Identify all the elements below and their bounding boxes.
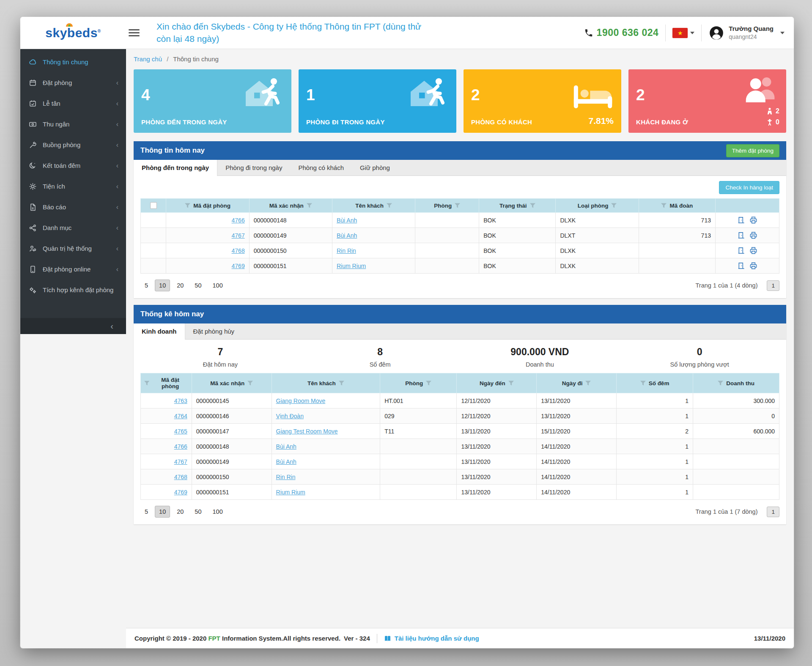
guest-name-link[interactable]: Bùi Anh (337, 217, 357, 224)
column-header[interactable]: Doanh thu (726, 380, 754, 386)
booking-code-link[interactable]: 4763 (174, 397, 187, 404)
tab-dat-phong-huy[interactable]: Đặt phòng hủy (185, 323, 243, 339)
filter-icon[interactable] (387, 203, 392, 208)
filter-icon[interactable] (144, 381, 149, 386)
tab-phong-di-trong-ngay[interactable]: Phòng đi trong ngày (217, 160, 290, 175)
filter-icon[interactable] (661, 203, 667, 208)
booking-code-link[interactable]: 4769 (174, 489, 187, 496)
card-arrivals-today[interactable]: 4 PHÒNG ĐẾN TRONG NGÀY (134, 69, 291, 133)
guest-name-link[interactable]: Rium Rium (276, 489, 305, 496)
column-header[interactable]: Mã đoàn (669, 203, 693, 209)
column-header[interactable]: Loại phòng (578, 203, 609, 209)
filter-icon[interactable] (185, 203, 190, 208)
filter-icon[interactable] (718, 381, 723, 386)
column-header[interactable]: Ngày đến (480, 380, 505, 386)
tab-giu-phong[interactable]: Giữ phòng (352, 160, 398, 175)
booking-code-link[interactable]: 4766 (232, 217, 245, 224)
booking-code-link[interactable]: 4768 (232, 247, 245, 254)
filter-icon[interactable] (640, 381, 646, 386)
sidebar-item-thong-tin-chung[interactable]: Thông tin chung (20, 52, 126, 72)
page-number-button[interactable]: 1 (767, 280, 779, 291)
bulk-checkin-button[interactable]: Check In hàng loạt (719, 181, 779, 194)
booking-code-link[interactable]: 4768 (174, 474, 187, 480)
page-size-option-selected[interactable]: 10 (155, 506, 170, 518)
column-header[interactable]: Mã đặt phòng (193, 203, 230, 209)
booking-code-link[interactable]: 4767 (232, 232, 245, 239)
page-size-option[interactable]: 5 (140, 280, 152, 291)
print-icon[interactable] (749, 216, 757, 224)
guest-name-link[interactable]: Bùi Anh (337, 232, 357, 239)
filter-icon[interactable] (247, 381, 253, 386)
column-header[interactable]: Ngày đi (562, 380, 583, 386)
filter-icon[interactable] (307, 203, 312, 208)
checkin-door-icon[interactable] (737, 231, 745, 239)
column-header[interactable]: Mã đặt phòng (152, 377, 188, 389)
skybeds-logo[interactable]: skybeds® (45, 26, 101, 40)
page-size-option[interactable]: 50 (190, 506, 206, 518)
sidebar-item-bao-cao[interactable]: Báo cáo ‹ (20, 197, 126, 217)
guest-name-link[interactable]: Giang Room Move (276, 397, 326, 404)
column-header[interactable]: Tên khách (307, 380, 336, 386)
column-header[interactable]: Phòng (405, 380, 423, 386)
guest-name-link[interactable]: Bùi Anh (276, 443, 296, 450)
filter-icon[interactable] (508, 381, 514, 386)
booking-code-link[interactable]: 4764 (174, 413, 187, 419)
select-all-checkbox[interactable] (150, 202, 157, 209)
booking-code-link[interactable]: 4769 (232, 263, 245, 269)
column-header[interactable]: Tên khách (355, 203, 384, 209)
filter-icon[interactable] (530, 203, 535, 208)
sidebar-item-thu-ngan[interactable]: Thu ngân ‹ (20, 114, 126, 134)
page-size-option-selected[interactable]: 10 (155, 280, 170, 291)
booking-code-link[interactable]: 4765 (174, 428, 187, 435)
column-header[interactable]: Trạng thái (499, 203, 527, 209)
breadcrumb-home-link[interactable]: Trang chủ (134, 55, 162, 63)
language-selector[interactable]: ★ (672, 28, 694, 38)
print-icon[interactable] (749, 262, 757, 270)
add-booking-button[interactable]: Thêm đặt phòng (726, 144, 779, 157)
sidebar-item-ket-toan-dem[interactable]: Kết toán đêm ‹ (20, 155, 126, 176)
filter-icon[interactable] (585, 381, 591, 386)
sidebar-item-dat-phong[interactable]: Đặt phòng ‹ (20, 72, 126, 93)
guest-name-link[interactable]: Rin Rin (276, 474, 296, 480)
column-header[interactable]: Mã xác nhận (269, 203, 304, 209)
checkin-door-icon[interactable] (737, 247, 745, 255)
sidebar-collapse-toggle[interactable]: ‹ (20, 318, 126, 334)
guest-name-link[interactable]: Rin Rin (337, 247, 356, 254)
page-size-option[interactable]: 100 (208, 506, 227, 518)
tab-phong-co-khach[interactable]: Phòng có khách (290, 160, 352, 175)
tab-phong-den-trong-ngay[interactable]: Phòng đến trong ngày (134, 160, 217, 176)
print-icon[interactable] (749, 231, 757, 239)
page-size-option[interactable]: 20 (173, 506, 188, 518)
page-number-button[interactable]: 1 (767, 507, 779, 517)
user-menu[interactable]: Trường Quang quangnt24 (708, 25, 785, 41)
booking-code-link[interactable]: 4766 (174, 443, 187, 450)
hamburger-menu-icon[interactable] (129, 27, 140, 38)
sidebar-item-quan-tri-he-thong[interactable]: Quản trị hệ thống ‹ (20, 238, 126, 259)
sidebar-item-tich-hop-kenh-dat-phong[interactable]: Tích hợp kênh đặt phòng (20, 280, 126, 300)
filter-icon[interactable] (611, 203, 617, 208)
card-departures-today[interactable]: 1 PHÒNG ĐI TRONG NGÀY (299, 69, 456, 133)
column-header[interactable]: Phòng (434, 203, 452, 209)
sidebar-item-buong-phong[interactable]: Buồng phòng ‹ (20, 134, 126, 155)
page-size-option[interactable]: 5 (140, 506, 152, 518)
tab-kinh-doanh[interactable]: Kinh doanh (134, 323, 185, 340)
sidebar-item-danh-muc[interactable]: Danh mục ‹ (20, 217, 126, 238)
checkin-door-icon[interactable] (737, 216, 745, 224)
column-header[interactable]: Mã xác nhận (210, 380, 244, 386)
card-guests-staying[interactable]: 2 KHÁCH ĐANG Ở 2 0 (628, 69, 786, 133)
guest-name-link[interactable]: Giang Test Room Move (276, 428, 338, 435)
page-size-option[interactable]: 20 (173, 280, 188, 291)
page-size-option[interactable]: 100 (208, 280, 227, 291)
sidebar-item-le-tan[interactable]: Lễ tân ‹ (20, 93, 126, 114)
guest-name-link[interactable]: Vịnh Đoàn (276, 413, 304, 419)
guest-name-link[interactable]: Rium Rium (337, 263, 366, 269)
card-occupied-rooms[interactable]: 2 PHÒNG CÓ KHÁCH 7.81% (464, 69, 621, 133)
guest-name-link[interactable]: Bùi Anh (276, 458, 296, 465)
sidebar-item-dat-phong-online[interactable]: Đặt phòng online ‹ (20, 259, 126, 280)
filter-icon[interactable] (455, 203, 460, 208)
sidebar-item-tien-ich[interactable]: Tiện ích ‹ (20, 176, 126, 197)
column-header[interactable]: Số đêm (649, 380, 669, 386)
page-size-option[interactable]: 50 (190, 280, 206, 291)
filter-icon[interactable] (426, 381, 431, 386)
user-guide-link[interactable]: Tài liệu hướng dẫn sử dụng (384, 635, 479, 642)
